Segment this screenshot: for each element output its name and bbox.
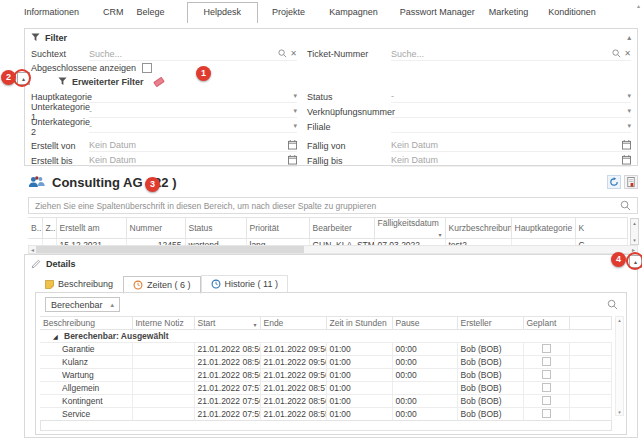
- cell-interne-notiz[interactable]: [132, 408, 194, 421]
- col-faelligkeitsdatum[interactable]: Fälligkeitsdatum▾: [374, 218, 445, 239]
- scroll-left-icon[interactable]: ◂: [31, 246, 34, 253]
- col-ende[interactable]: Ende: [260, 317, 326, 330]
- cell-geplant[interactable]: [523, 343, 569, 356]
- cell-beschreibung[interactable]: Allgemein: [40, 382, 132, 395]
- groupby-bar[interactable]: Ziehen Sie eine Spaltenüberschrift in di…: [28, 197, 638, 214]
- details-panel-header[interactable]: Details: [25, 255, 637, 272]
- cell-start[interactable]: 21.01.2022 08:56: [194, 369, 260, 382]
- cell-ersteller[interactable]: Bob (BOB): [457, 382, 523, 395]
- zeit-row[interactable]: Kulanz 21.01.2022 08:56 21.01.2022 09:56…: [40, 356, 612, 369]
- clear-icon[interactable]: ✕: [290, 49, 297, 58]
- cell-ende[interactable]: 21.01.2022 08:56: [260, 395, 326, 408]
- chevron-down-icon[interactable]: ▾: [627, 92, 631, 100]
- col-b[interactable]: B...: [28, 218, 42, 239]
- verknuepfungsnummer-dropdown[interactable]: - ▾: [391, 105, 631, 118]
- tab-informationen[interactable]: Informationen: [24, 3, 79, 22]
- scroll-up-icon[interactable]: ▴: [618, 317, 621, 323]
- cell-zeit[interactable]: 01:00: [326, 343, 392, 356]
- tab-crm[interactable]: CRM: [103, 3, 124, 22]
- col-nummer[interactable]: Nummer: [126, 218, 185, 239]
- faellig-von-field[interactable]: Kein Datum: [391, 139, 631, 152]
- clear-icon[interactable]: ✕: [624, 49, 631, 58]
- geplant-checkbox[interactable]: [542, 344, 551, 353]
- cell-ende[interactable]: 21.01.2022 09:56: [260, 343, 326, 356]
- tab-kampagnen[interactable]: Kampagnen: [329, 3, 378, 22]
- scroll-down-icon[interactable]: ▾: [633, 237, 636, 243]
- chevron-down-icon[interactable]: ▾: [627, 107, 631, 115]
- cell-interne-notiz[interactable]: [132, 369, 194, 382]
- tab-beschreibung[interactable]: Beschreibung: [35, 275, 123, 293]
- suchtext-input[interactable]: [89, 49, 278, 59]
- geplant-checkbox[interactable]: [542, 357, 551, 366]
- cell-ende[interactable]: 21.01.2022 09:56: [260, 356, 326, 369]
- status-dropdown[interactable]: - ▾: [391, 90, 631, 103]
- cell-zeit[interactable]: 01:00: [326, 356, 392, 369]
- geplant-checkbox[interactable]: [542, 370, 551, 379]
- cell-beschreibung[interactable]: Service: [40, 408, 132, 421]
- filter-collapse-icon[interactable]: ▴: [627, 34, 631, 42]
- tab-konditionen[interactable]: Konditionen: [548, 3, 596, 22]
- cell-ersteller[interactable]: Bob (BOB): [457, 369, 523, 382]
- zeit-row[interactable]: Wartung 21.01.2022 08:56 21.01.2022 09:5…: [40, 369, 612, 382]
- cell-interne-notiz[interactable]: [132, 356, 194, 369]
- chevron-down-icon[interactable]: ▾: [293, 92, 297, 100]
- scrollbar-thumb[interactable]: [36, 246, 304, 253]
- erstellt-von-field[interactable]: Kein Datum: [89, 139, 297, 152]
- cell-geplant[interactable]: [523, 369, 569, 382]
- cell-start[interactable]: 21.01.2022 07:56: [194, 395, 260, 408]
- cell-start[interactable]: 21.01.2022 08:56: [194, 343, 260, 356]
- suchtext-field[interactable]: ✕: [89, 48, 297, 61]
- chevron-down-icon[interactable]: ▾: [293, 107, 297, 115]
- cell-geplant[interactable]: [523, 395, 569, 408]
- zeit-row[interactable]: Service 21.01.2022 07:55 21.01.2022 08:5…: [40, 408, 612, 421]
- cell-interne-notiz[interactable]: [132, 382, 194, 395]
- zeit-row[interactable]: Allgemein 21.01.2022 07:57 21.01.2022 08…: [40, 382, 612, 395]
- cell-ende[interactable]: 21.01.2022 08:55: [260, 408, 326, 421]
- cell-pause[interactable]: 00:00: [392, 408, 457, 421]
- export-button[interactable]: [624, 175, 638, 189]
- calendar-icon[interactable]: [288, 155, 297, 165]
- search-icon[interactable]: [607, 299, 618, 310]
- zeit-row[interactable]: Kontingent 21.01.2022 07:56 21.01.2022 0…: [40, 395, 612, 408]
- col-bearbeiter[interactable]: Bearbeiter: [309, 218, 374, 239]
- cell-start[interactable]: 21.01.2022 08:56: [194, 356, 260, 369]
- search-icon[interactable]: [612, 49, 621, 58]
- calendar-icon[interactable]: [622, 140, 631, 150]
- tabbar-overflow-icon[interactable]: ▴: [637, 2, 640, 9]
- col-kurzbeschreibung[interactable]: Kurzbeschreibung: [445, 218, 511, 239]
- cell-start[interactable]: 21.01.2022 07:57: [194, 382, 260, 395]
- search-icon[interactable]: [278, 49, 287, 58]
- cell-ende[interactable]: 21.01.2022 08:57: [260, 382, 326, 395]
- unterkategorie2-dropdown[interactable]: - ▾: [89, 120, 297, 133]
- tab-passwort-manager[interactable]: Passwort Manager: [400, 3, 475, 22]
- cell-geplant[interactable]: [523, 382, 569, 395]
- tab-helpdesk[interactable]: Helpdesk: [187, 2, 259, 23]
- group-expand-icon[interactable]: ◢: [53, 334, 58, 340]
- chevron-down-icon[interactable]: ▾: [293, 122, 297, 130]
- col-pause[interactable]: Pause: [392, 317, 457, 330]
- geplant-checkbox[interactable]: [542, 383, 551, 392]
- col-z[interactable]: Z...: [42, 218, 56, 239]
- cell-interne-notiz[interactable]: [132, 343, 194, 356]
- cell-pause[interactable]: [392, 382, 457, 395]
- tab-historie[interactable]: Historie ( 11 ): [201, 275, 288, 293]
- zeit-row[interactable]: Garantie 21.01.2022 08:56 21.01.2022 09:…: [40, 343, 612, 356]
- tickets-horizontal-scrollbar[interactable]: ◂ ▸: [28, 245, 638, 254]
- group-row[interactable]: ◢ Berechenbar: Ausgewählt: [40, 330, 612, 343]
- cell-start[interactable]: 21.01.2022 07:55: [194, 408, 260, 421]
- cell-ende[interactable]: 21.01.2022 09:56: [260, 369, 326, 382]
- col-start[interactable]: Start▾: [194, 317, 260, 330]
- col-prioritaet[interactable]: Priorität: [246, 218, 309, 239]
- filter-panel-header[interactable]: Filter ▴: [25, 29, 637, 46]
- cell-beschreibung[interactable]: Kulanz: [40, 356, 132, 369]
- tab-projekte[interactable]: Projekte: [272, 3, 305, 22]
- cell-zeit[interactable]: 01:00: [326, 395, 392, 408]
- erstellt-bis-field[interactable]: Kein Datum: [89, 154, 297, 167]
- tab-belege[interactable]: Belege: [137, 3, 165, 22]
- geplant-checkbox[interactable]: [542, 396, 551, 405]
- col-geplant[interactable]: Geplant: [523, 317, 569, 330]
- cell-ersteller[interactable]: Bob (BOB): [457, 343, 523, 356]
- cell-zeit[interactable]: 01:00: [326, 408, 392, 421]
- calendar-icon[interactable]: [622, 155, 631, 165]
- scroll-down-icon[interactable]: ▾: [618, 409, 621, 415]
